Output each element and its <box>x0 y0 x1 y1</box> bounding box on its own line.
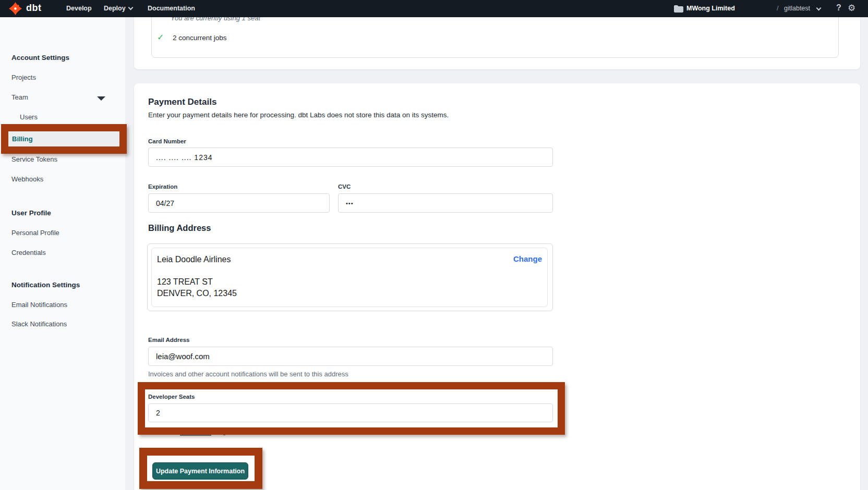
email-input[interactable]: leia@woof.com <box>148 347 553 366</box>
project-switcher[interactable]: gitlabtest <box>784 5 810 12</box>
sidebar-item-credentials[interactable]: Credentials <box>11 249 46 256</box>
developer-seats-input[interactable]: 2 <box>148 403 553 422</box>
account-name[interactable]: MWong Limited <box>686 5 735 12</box>
clipped-text-fragment <box>223 433 225 435</box>
sidebar-item-personal-profile[interactable]: Personal Profile <box>11 229 59 237</box>
payment-details-description: Enter your payment details here for proc… <box>148 111 449 119</box>
card-number-input[interactable]: .... .... .... 1234 <box>148 148 553 167</box>
address-line1: 123 TREAT ST <box>157 277 213 287</box>
sidebar-heading-user-profile: User Profile <box>11 209 51 217</box>
update-payment-button[interactable]: Update Payment Information <box>152 462 248 480</box>
breadcrumb-separator: / <box>777 5 778 12</box>
help-icon[interactable]: ? <box>836 3 841 13</box>
sidebar-item-email-notifications[interactable]: Email Notifications <box>11 301 67 309</box>
nav-item-develop[interactable]: Develop <box>66 5 92 12</box>
sidebar-item-projects[interactable]: Projects <box>11 74 36 81</box>
sidebar-heading-account-settings: Account Settings <box>11 54 69 62</box>
chevron-down-icon[interactable] <box>97 96 105 101</box>
developer-seats-label: Developer Seats <box>148 394 195 400</box>
email-helper-text: Invoices and other account notifications… <box>148 370 348 378</box>
address-name: Leia Doodle Airlines <box>157 255 231 264</box>
expiration-label: Expiration <box>148 183 177 190</box>
sidebar-item-billing[interactable]: Billing <box>12 135 33 143</box>
sidebar-heading-notification-settings: Notification Settings <box>11 281 80 289</box>
dbt-logo-text[interactable]: dbt <box>26 3 41 14</box>
gear-icon[interactable]: ⚙ <box>848 3 855 14</box>
card-number-label: Card Number <box>148 138 186 144</box>
nav-item-documentation[interactable]: Documentation <box>148 5 195 12</box>
cvc-label: CVC <box>338 183 351 190</box>
top-navbar: dbt Develop Deploy Documentation MWong L… <box>0 0 868 17</box>
clipped-text-fragment <box>180 435 211 436</box>
sidebar-item-team[interactable]: Team <box>11 93 28 101</box>
page: You are currently using 1 seat ✓ 2 concu… <box>0 0 868 490</box>
chevron-down-icon[interactable] <box>816 6 822 11</box>
sidebar-item-slack-notifications[interactable]: Slack Notifications <box>11 320 67 328</box>
address-line2: DENVER, CO, 12345 <box>157 289 237 298</box>
check-icon: ✓ <box>157 32 164 42</box>
chevron-down-icon[interactable] <box>128 5 134 10</box>
change-address-link[interactable]: Change <box>513 254 542 263</box>
sidebar-item-users[interactable]: Users <box>20 113 38 121</box>
nav-item-deploy[interactable]: Deploy <box>104 5 126 12</box>
dbt-logo-icon[interactable] <box>9 2 22 15</box>
billing-address-title: Billing Address <box>148 223 211 233</box>
cvc-input[interactable]: ••• <box>338 193 553 213</box>
email-label: Email Address <box>148 337 189 343</box>
folder-icon <box>674 5 683 13</box>
expiration-input[interactable]: 04/27 <box>148 193 330 213</box>
concurrent-jobs-text: 2 concurrent jobs <box>173 34 227 42</box>
payment-details-title: Payment Details <box>148 97 216 107</box>
sidebar-item-service-tokens[interactable]: Service Tokens <box>11 155 57 163</box>
sidebar-item-webhooks[interactable]: Webhooks <box>11 175 43 183</box>
